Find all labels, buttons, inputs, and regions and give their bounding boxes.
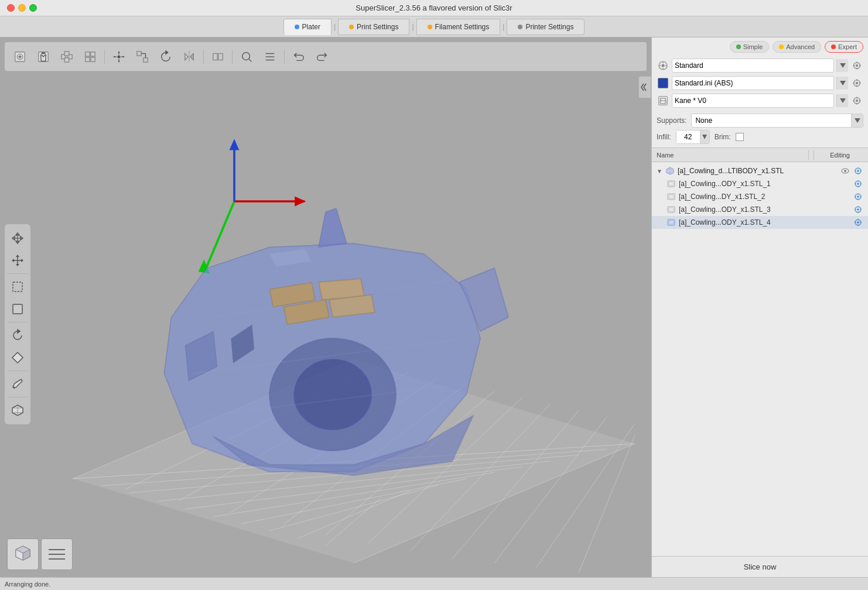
child2-actions xyxy=(853,191,863,202)
filament-color-swatch xyxy=(657,77,669,90)
svg-point-124 xyxy=(856,82,858,84)
svg-marker-122 xyxy=(840,81,846,85)
mode-advanced-button[interactable]: Advanced xyxy=(773,41,821,53)
layers-button[interactable] xyxy=(259,46,281,67)
supports-label: Supports: xyxy=(657,116,686,125)
mode-expert-button[interactable]: Expert xyxy=(825,41,863,53)
infill-label: Infill: xyxy=(657,133,671,141)
child4-icon xyxy=(666,217,676,228)
printer-profile-select[interactable]: Kane * V0 xyxy=(672,94,834,108)
svg-marker-25 xyxy=(190,53,194,60)
left-tools-panel xyxy=(5,224,30,424)
toolbar xyxy=(5,42,647,71)
toolbar-sep-4 xyxy=(284,50,285,64)
view-layers-button[interactable] xyxy=(41,538,73,570)
svg-point-28 xyxy=(242,52,250,60)
toolbar-sep-1 xyxy=(104,50,105,64)
mirror-button[interactable] xyxy=(179,46,200,67)
tree-item-root[interactable]: ▼ [a]_Cowling_d...LTIBODY_x1.STL xyxy=(652,164,868,177)
svg-marker-81 xyxy=(16,241,19,243)
tab-plater[interactable]: Plater xyxy=(283,19,332,35)
infill-input[interactable] xyxy=(676,131,700,143)
slice-now-button[interactable]: Slice now xyxy=(652,556,868,577)
tool-move[interactable] xyxy=(7,228,28,249)
mode-selector: Simple Advanced Expert xyxy=(652,37,868,54)
tool-solid-box[interactable] xyxy=(7,299,28,320)
print-profile-gear[interactable] xyxy=(850,59,863,72)
filament-profile-value: Standard.ini (ABS) xyxy=(675,79,831,87)
supports-value: None xyxy=(692,116,851,125)
view-3d-button[interactable] xyxy=(7,538,39,570)
rotate-button[interactable] xyxy=(155,46,176,67)
brim-checkbox[interactable] xyxy=(736,133,744,141)
tool-rotate[interactable] xyxy=(7,325,28,346)
supports-dropdown-arrow[interactable] xyxy=(851,114,863,127)
mode-advanced-label: Advanced xyxy=(786,43,815,50)
fullscreen-button[interactable] xyxy=(29,4,37,12)
tree-item-child-2[interactable]: [a]_Cowling...DY_x1.STL_2 xyxy=(652,190,868,203)
delete-button[interactable] xyxy=(33,46,54,67)
printer-profile-gear[interactable] xyxy=(850,94,863,107)
canvas-area[interactable] xyxy=(0,71,651,577)
minimize-button[interactable] xyxy=(18,4,26,12)
add-object-button[interactable] xyxy=(9,46,30,67)
tree-item-child-1[interactable]: [a]_Cowling...ODY_x1.STL_1 xyxy=(652,177,868,190)
split-button[interactable] xyxy=(207,46,228,67)
redo-button[interactable] xyxy=(312,46,333,67)
child2-settings-button[interactable] xyxy=(853,191,863,202)
root-settings-button[interactable] xyxy=(853,166,863,176)
infill-dropdown-arrow[interactable] xyxy=(700,131,709,143)
main-content: Simple Advanced Expert xyxy=(0,37,868,577)
filament-profile-dropdown[interactable] xyxy=(836,77,848,90)
child4-settings-button[interactable] xyxy=(853,217,863,228)
advanced-dot xyxy=(779,44,784,49)
close-button[interactable] xyxy=(7,4,15,12)
tool-separator-1 xyxy=(7,273,28,274)
print-profile-dropdown[interactable] xyxy=(836,59,848,72)
tool-separator-2 xyxy=(7,322,28,323)
svg-rect-26 xyxy=(213,53,217,60)
child3-label: [a]_Cowling...ODY_x1.STL_3 xyxy=(679,205,853,214)
tab-printer-settings-label: Printer Settings xyxy=(525,23,573,31)
tool-scale[interactable] xyxy=(7,347,28,368)
infill-brim-row: Infill: Brim: xyxy=(652,129,868,148)
move-button[interactable] xyxy=(108,46,129,67)
tree-expand-root[interactable]: ▼ xyxy=(657,168,664,174)
undo-button[interactable] xyxy=(288,46,309,67)
toolbar-sep-2 xyxy=(203,50,204,64)
svg-rect-92 xyxy=(13,282,22,291)
scale-button[interactable] xyxy=(132,46,153,67)
tool-3d-view[interactable] xyxy=(7,400,28,421)
tab-print-settings[interactable]: Print Settings xyxy=(338,19,409,35)
svg-marker-95 xyxy=(12,352,23,363)
tab-filament-settings[interactable]: Filament Settings xyxy=(416,19,501,35)
child1-settings-button[interactable] xyxy=(853,179,863,189)
root-visibility-button[interactable] xyxy=(840,166,850,176)
printer-profile-dropdown[interactable] xyxy=(836,94,848,107)
tree-item-child-4[interactable]: [a]_Cowling...ODY_x1.STL_4 xyxy=(652,216,868,229)
collapse-panel-button[interactable] xyxy=(638,76,651,98)
svg-marker-24 xyxy=(185,53,189,60)
filament-profile-gear[interactable] xyxy=(850,77,863,90)
tree-item-child-3[interactable]: [a]_Cowling...ODY_x1.STL_3 xyxy=(652,203,868,216)
svg-point-172 xyxy=(857,208,859,211)
tab-printer-settings[interactable]: Printer Settings xyxy=(507,19,585,35)
tool-move-cross[interactable] xyxy=(7,250,28,271)
filament-profile-select[interactable]: Standard.ini (ABS) xyxy=(672,76,834,90)
search-button[interactable] xyxy=(236,46,257,67)
tool-edit[interactable] xyxy=(7,373,28,395)
child3-settings-button[interactable] xyxy=(853,204,863,215)
arrange-selection-button[interactable] xyxy=(80,46,101,67)
mode-simple-button[interactable]: Simple xyxy=(730,41,770,53)
table-body: ▼ [a]_Cowling_d...LTIBODY_x1.STL xyxy=(652,162,868,556)
svg-point-13 xyxy=(118,56,120,58)
tool-select-box[interactable] xyxy=(7,276,28,297)
svg-marker-90 xyxy=(12,259,14,262)
print-profile-select[interactable]: Standard xyxy=(672,59,834,73)
simple-dot xyxy=(736,44,741,49)
tab-separator-3: | xyxy=(500,23,507,31)
svg-marker-91 xyxy=(21,259,23,262)
svg-rect-10 xyxy=(91,52,95,56)
supports-select[interactable]: None xyxy=(691,114,863,128)
arrange-button[interactable] xyxy=(56,46,77,67)
